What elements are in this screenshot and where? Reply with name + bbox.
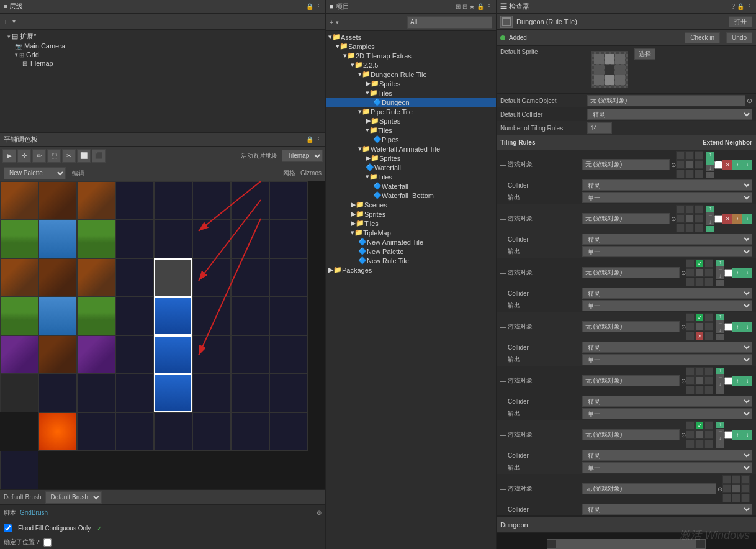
rule-7-gameobj-field[interactable]	[582, 483, 716, 494]
rule-1-left-arrow[interactable]: ←	[706, 172, 714, 178]
rule-1-circle-icon[interactable]: ⊙	[671, 161, 676, 168]
rule-1-down-arrow[interactable]: ↓	[706, 165, 714, 171]
project-lock-icon[interactable]: 🔒	[477, 3, 484, 10]
gameobj-circle-icon[interactable]: ⊙	[747, 97, 752, 105]
palette-menu-icon[interactable]: ⋮	[315, 136, 322, 143]
project-icon2[interactable]: ⊟	[462, 3, 467, 10]
pal-cell-1-5[interactable]	[154, 181, 192, 220]
open-button[interactable]: 打开	[729, 16, 752, 27]
rule-4-down[interactable]: ↓	[716, 327, 724, 333]
project-2d-tilemap[interactable]: ▾ 📁 2D Tilemap Extras	[326, 51, 496, 60]
project-waterfall-sprite[interactable]: 🔷 Waterfall	[326, 163, 496, 172]
pal-cell-4-6[interactable]	[192, 297, 231, 335]
project-waterfall-bottom[interactable]: 🔷 Waterfall_Bottom	[326, 191, 496, 200]
pal-cell-3-6[interactable]	[192, 258, 231, 297]
confirm-checkbox[interactable]	[43, 538, 52, 547]
pal-cell-1-2[interactable]	[38, 181, 77, 220]
inspector-lock-icon[interactable]: 🔒	[737, 3, 744, 10]
rule-3-dn-btn[interactable]: ↓	[742, 268, 752, 278]
rule-5-output-select[interactable]: 单一	[582, 408, 752, 419]
pal-cell-1-1[interactable]	[0, 181, 38, 220]
pal-cell-3-8[interactable]	[269, 258, 308, 297]
menu-icon[interactable]: ⋮	[315, 3, 322, 10]
rule-6-checkbox[interactable]	[724, 431, 732, 439]
rule-6-output-select[interactable]: 单一	[582, 462, 752, 473]
pal-cell-6-8[interactable]	[269, 374, 308, 412]
project-dungeon-rule[interactable]: ▾ 📁 Dungeon Rule Tile	[326, 70, 496, 79]
rule-1-output-select[interactable]: 单一	[582, 192, 752, 203]
flood-checkbox[interactable]	[4, 524, 12, 532]
rule-4-collider-select[interactable]: 精灵	[582, 342, 752, 353]
rule-4-checkbox[interactable]	[724, 323, 732, 331]
pal-cell-2-3[interactable]	[77, 220, 115, 258]
rule-5-gameobj-field[interactable]	[582, 375, 680, 386]
rule-5-down[interactable]: ↓	[716, 381, 724, 388]
pal-cell-7-8[interactable]	[0, 451, 38, 489]
project-sprites1[interactable]: ▶ 📁 Sprites	[326, 79, 496, 88]
rule-1-expand[interactable]: —	[500, 161, 508, 168]
pal-cell-4-4[interactable]	[115, 297, 154, 335]
project-icon3[interactable]: ★	[469, 3, 475, 10]
gameobj-field[interactable]	[587, 95, 745, 106]
rule-7-collider-select[interactable]: 精灵	[582, 504, 752, 515]
project-new-rule[interactable]: 🔷 New Rule Tile	[326, 256, 496, 265]
palette-lock-icon[interactable]: 🔒	[306, 136, 313, 143]
rule-1-up-btn[interactable]: ↑	[732, 160, 742, 170]
rule-2-x-btn[interactable]: ✕	[722, 214, 732, 224]
pal-cell-1-6[interactable]	[192, 181, 231, 220]
project-samples[interactable]: ▾ 📁 Samples	[326, 42, 496, 51]
hierarchy-item-grid[interactable]: ▾ ⊞ Grid	[0, 50, 325, 59]
pal-cell-6-1[interactable]	[0, 374, 38, 412]
rule-5-left[interactable]: ←	[716, 388, 724, 394]
pal-cell-2-2[interactable]	[38, 220, 77, 258]
project-225[interactable]: ▾ 📁 2.2.5	[326, 60, 496, 70]
rule-3-expand[interactable]: —	[500, 270, 508, 276]
pal-cell-6-7[interactable]	[231, 374, 269, 412]
pal-cell-5-7[interactable]	[231, 335, 269, 374]
rule-2-right[interactable]: →	[706, 212, 714, 219]
rule-2-gameobj-field[interactable]	[582, 213, 670, 224]
project-sprites3[interactable]: ▶ 📁 Sprites	[326, 153, 496, 163]
palette-dropdown[interactable]: New Palette	[4, 167, 66, 179]
pal-cell-5-6[interactable]	[192, 335, 231, 374]
rule-3-right[interactable]: →	[716, 266, 724, 273]
inspector-menu-icon[interactable]: ⋮	[746, 3, 752, 10]
hierarchy-item-tilemap[interactable]: ⊟ Tilemap	[0, 59, 325, 68]
rule-3-checkbox[interactable]	[724, 269, 732, 277]
pal-cell-6-2[interactable]	[38, 374, 77, 412]
rule-2-collider-select[interactable]: 精灵	[582, 234, 752, 245]
rule-6-expand[interactable]: —	[500, 432, 508, 438]
pal-cell-4-2[interactable]	[38, 297, 77, 335]
project-icon1[interactable]: ⊞	[456, 3, 461, 10]
rule-4-expand[interactable]: —	[500, 324, 508, 330]
rule-4-right[interactable]: →	[716, 320, 724, 327]
pal-cell-3-4[interactable]	[115, 258, 154, 297]
project-search[interactable]	[407, 16, 492, 29]
pal-cell-4-1[interactable]	[0, 297, 38, 335]
rule-6-circle-icon[interactable]: ⊙	[681, 432, 686, 438]
rule-2-checkbox[interactable]	[714, 215, 722, 223]
script-icon[interactable]: ⊙	[317, 509, 322, 516]
pal-cell-2-7[interactable]	[231, 220, 269, 258]
palette-canvas[interactable]	[0, 181, 325, 489]
project-tiles3[interactable]: ▾ 📁 Tiles	[326, 172, 496, 181]
rule-3-up[interactable]: ↑	[716, 260, 724, 266]
rule-6-up-btn[interactable]: ↑	[732, 430, 742, 440]
rule-2-dn-btn[interactable]: ↓	[742, 214, 752, 224]
sprite-preview[interactable]	[591, 51, 628, 88]
rule-6-gameobj-field[interactable]	[582, 429, 680, 440]
pal-cell-6-4[interactable]	[115, 374, 154, 412]
box-tool[interactable]: ⬚	[47, 149, 61, 163]
pal-cell-4-7[interactable]	[231, 297, 269, 335]
rule-1-checkbox[interactable]	[714, 161, 722, 169]
pal-cell-water-tall[interactable]	[154, 335, 192, 374]
pal-cell-2-4[interactable]	[115, 220, 154, 258]
rule-3-circle-icon[interactable]: ⊙	[681, 270, 686, 276]
pal-cell-3-2[interactable]	[38, 258, 77, 297]
pal-cell-7-7[interactable]	[269, 412, 308, 451]
rule-2-expand[interactable]: —	[500, 216, 508, 222]
rule-6-collider-select[interactable]: 精灵	[582, 450, 752, 461]
project-tiles2[interactable]: ▾ 📁 Tiles	[326, 125, 496, 135]
rule-5-dn-btn[interactable]: ↓	[742, 376, 752, 386]
default-collider-select[interactable]: 精灵	[587, 109, 752, 120]
